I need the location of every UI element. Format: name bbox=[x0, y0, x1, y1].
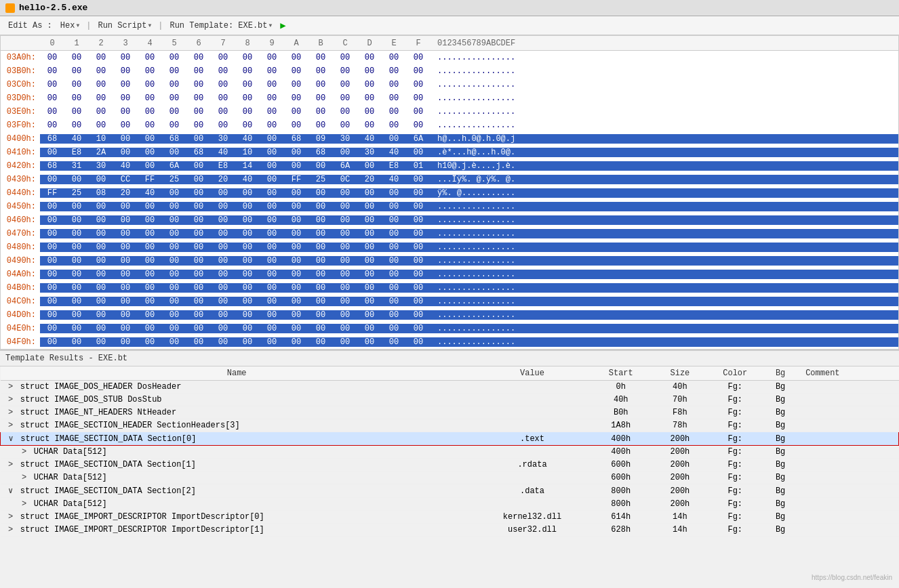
hex-byte[interactable]: 00 bbox=[260, 243, 284, 252]
hex-byte[interactable]: 00 bbox=[382, 215, 406, 225]
hex-byte[interactable]: 00 bbox=[211, 215, 235, 225]
hex-byte[interactable]: 00 bbox=[89, 202, 113, 211]
hex-row[interactable]: 04B0h:00000000000000000000000000000000..… bbox=[1, 281, 898, 295]
hex-byte[interactable]: 00 bbox=[260, 256, 284, 266]
hex-byte[interactable]: 00 bbox=[162, 243, 186, 252]
hex-byte[interactable]: 00 bbox=[260, 310, 284, 320]
hex-byte[interactable]: 00 bbox=[260, 188, 284, 198]
hex-byte[interactable]: 00 bbox=[308, 297, 333, 306]
hex-byte[interactable]: 6A bbox=[406, 134, 431, 144]
hex-byte[interactable]: 00 bbox=[64, 310, 89, 320]
hex-byte[interactable]: 00 bbox=[333, 93, 357, 103]
hex-byte[interactable]: 00 bbox=[162, 229, 186, 238]
hex-byte[interactable]: 00 bbox=[89, 283, 113, 293]
hex-byte[interactable]: 00 bbox=[333, 270, 357, 279]
hex-byte[interactable]: 00 bbox=[284, 310, 308, 320]
hex-byte[interactable]: 00 bbox=[211, 80, 235, 89]
expand-icon[interactable]: > bbox=[6, 408, 16, 417]
hex-byte[interactable]: 6A bbox=[333, 161, 357, 171]
hex-byte[interactable]: 00 bbox=[40, 175, 64, 184]
hex-byte[interactable]: 00 bbox=[186, 324, 211, 333]
table-row[interactable]: > UCHAR Data[512]600h200hFg:Bg bbox=[1, 471, 899, 484]
hex-byte[interactable]: 00 bbox=[382, 297, 406, 306]
hex-byte[interactable]: 40 bbox=[138, 188, 162, 198]
expand-icon[interactable]: ∨ bbox=[6, 486, 16, 496]
hex-byte[interactable]: 00 bbox=[382, 66, 406, 76]
table-row[interactable]: > UCHAR Data[512]800h200hFg:Bg bbox=[1, 498, 899, 511]
hex-byte[interactable]: 00 bbox=[382, 283, 406, 293]
hex-byte[interactable]: 00 bbox=[333, 283, 357, 293]
hex-byte[interactable]: 00 bbox=[113, 202, 138, 211]
hex-byte[interactable]: 00 bbox=[308, 161, 333, 171]
hex-byte[interactable]: 00 bbox=[406, 229, 431, 238]
hex-byte[interactable]: 00 bbox=[40, 202, 64, 211]
hex-byte[interactable]: 00 bbox=[260, 337, 284, 347]
hex-byte[interactable]: 00 bbox=[333, 324, 357, 333]
hex-byte[interactable]: 00 bbox=[162, 202, 186, 211]
hex-byte[interactable]: 00 bbox=[40, 229, 64, 238]
hex-byte[interactable]: 10 bbox=[235, 148, 260, 157]
hex-byte[interactable]: 00 bbox=[308, 256, 333, 266]
hex-byte[interactable]: 00 bbox=[64, 93, 89, 103]
hex-byte[interactable]: E8 bbox=[64, 148, 89, 157]
hex-row[interactable]: 04D0h:00000000000000000000000000000000..… bbox=[1, 308, 898, 322]
hex-byte[interactable]: 00 bbox=[382, 53, 406, 62]
hex-byte[interactable]: 00 bbox=[40, 93, 64, 103]
hex-byte[interactable]: 00 bbox=[138, 283, 162, 293]
hex-byte[interactable]: 68 bbox=[308, 148, 333, 157]
hex-row[interactable]: 0420h:68313040006A00E8140000006A00E801h1… bbox=[1, 159, 898, 173]
hex-byte[interactable]: 30 bbox=[357, 148, 382, 157]
hex-byte[interactable]: 00 bbox=[113, 297, 138, 306]
expand-icon[interactable]: > bbox=[20, 499, 29, 509]
hex-byte[interactable]: 00 bbox=[89, 66, 113, 76]
hex-byte[interactable]: 00 bbox=[382, 243, 406, 252]
hex-byte[interactable]: 00 bbox=[260, 161, 284, 171]
hex-byte[interactable]: 00 bbox=[382, 229, 406, 238]
hex-byte[interactable]: 00 bbox=[333, 121, 357, 130]
hex-byte[interactable]: 00 bbox=[308, 66, 333, 76]
hex-byte[interactable]: 00 bbox=[406, 297, 431, 306]
hex-byte[interactable]: 00 bbox=[308, 324, 333, 333]
hex-byte[interactable]: 00 bbox=[235, 107, 260, 117]
hex-byte[interactable]: 00 bbox=[357, 243, 382, 252]
hex-byte[interactable]: 00 bbox=[211, 297, 235, 306]
hex-byte[interactable]: 00 bbox=[406, 93, 431, 103]
hex-row[interactable]: 03F0h:00000000000000000000000000000000..… bbox=[1, 119, 898, 132]
hex-byte[interactable]: 00 bbox=[357, 337, 382, 347]
hex-byte[interactable]: 00 bbox=[40, 310, 64, 320]
run-template-button[interactable]: Run Template: EXE.bt ▼ bbox=[167, 20, 275, 31]
hex-byte[interactable]: 00 bbox=[406, 202, 431, 211]
hex-byte[interactable]: 00 bbox=[406, 53, 431, 62]
hex-byte[interactable]: 00 bbox=[138, 310, 162, 320]
hex-byte[interactable]: 00 bbox=[186, 134, 211, 144]
hex-byte[interactable]: 00 bbox=[260, 202, 284, 211]
hex-byte[interactable]: 00 bbox=[40, 256, 64, 266]
hex-byte[interactable]: 00 bbox=[235, 80, 260, 89]
hex-byte[interactable]: 00 bbox=[235, 93, 260, 103]
hex-byte[interactable]: 40 bbox=[382, 175, 406, 184]
hex-byte[interactable]: 00 bbox=[138, 93, 162, 103]
hex-byte[interactable]: 25 bbox=[64, 188, 89, 198]
hex-byte[interactable]: 00 bbox=[211, 243, 235, 252]
hex-byte[interactable]: 00 bbox=[40, 283, 64, 293]
hex-row[interactable]: 03D0h:00000000000000000000000000000000..… bbox=[1, 91, 898, 105]
expand-icon[interactable]: ∨ bbox=[6, 434, 16, 444]
hex-byte[interactable]: 00 bbox=[333, 337, 357, 347]
hex-byte[interactable]: 68 bbox=[162, 134, 186, 144]
hex-byte[interactable]: 00 bbox=[113, 243, 138, 252]
hex-byte[interactable]: 00 bbox=[113, 66, 138, 76]
hex-row[interactable]: 0470h:00000000000000000000000000000000..… bbox=[1, 227, 898, 240]
hex-byte[interactable]: 00 bbox=[186, 188, 211, 198]
hex-byte[interactable]: 00 bbox=[162, 310, 186, 320]
expand-icon[interactable]: > bbox=[6, 525, 16, 534]
hex-byte[interactable]: 00 bbox=[162, 188, 186, 198]
hex-byte[interactable]: 40 bbox=[382, 148, 406, 157]
edit-as-dropdown[interactable]: Hex ▼ bbox=[58, 20, 82, 31]
run-script-button[interactable]: Run Script ▼ bbox=[95, 20, 154, 31]
hex-byte[interactable]: 00 bbox=[260, 53, 284, 62]
hex-byte[interactable]: 00 bbox=[138, 80, 162, 89]
hex-byte[interactable]: 00 bbox=[406, 107, 431, 117]
hex-byte[interactable]: 00 bbox=[235, 215, 260, 225]
play-button[interactable]: ▶ bbox=[277, 19, 288, 32]
hex-byte[interactable]: 00 bbox=[186, 270, 211, 279]
